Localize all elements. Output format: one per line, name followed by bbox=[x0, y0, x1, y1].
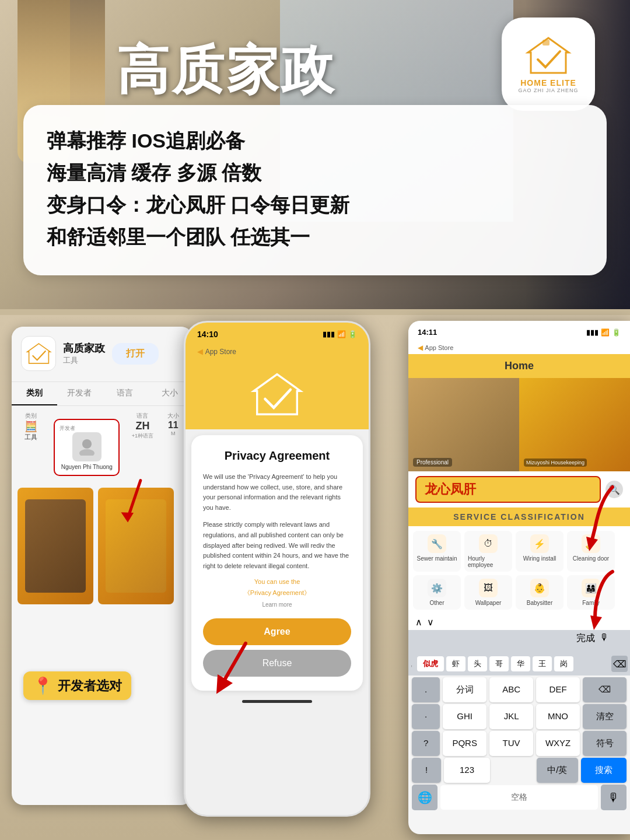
service-label-2: Mizuyoshi Housekeeping bbox=[524, 459, 587, 467]
exclaim-key[interactable]: ! bbox=[412, 758, 441, 783]
suggestion-xia[interactable]: 虾 bbox=[446, 656, 466, 671]
jkl-key[interactable]: JKL bbox=[489, 704, 533, 729]
svg-marker-9 bbox=[209, 674, 233, 698]
battery-icon-right: 🔋 bbox=[612, 328, 621, 337]
wallpaper-icon: 🖼 bbox=[479, 579, 498, 597]
preview-images bbox=[12, 483, 192, 609]
suggestion-tou[interactable]: 头 bbox=[468, 656, 487, 671]
hourly-icon: ⏱ bbox=[479, 534, 498, 553]
wiring-icon: ⚡ bbox=[530, 534, 549, 553]
developer-box: 开发者 Nguyen Phi Thuong bbox=[54, 419, 120, 476]
svg-line-5 bbox=[118, 481, 150, 516]
space-key[interactable]: 空格 bbox=[440, 785, 598, 810]
signal-icon-right: ▮▮▮ bbox=[586, 328, 598, 337]
suggestion-wang[interactable]: 王 bbox=[533, 656, 552, 671]
size-label: 11 bbox=[168, 420, 178, 430]
keyboard-row-4: ! 123 中/英 搜索 bbox=[412, 758, 626, 783]
info-box: 弹幕推荐 IOS追剧必备 海量高清 缓存 多源 倍数 变身口令：龙心凤肝 口令每… bbox=[23, 105, 607, 275]
svg-point-4 bbox=[79, 449, 94, 456]
app-subtitle-label: GAO ZHI JIA ZHENG bbox=[518, 88, 578, 93]
home-indicator-middle bbox=[242, 700, 312, 703]
listing-tabs: 类别 开发者 语言 大小 bbox=[12, 382, 192, 406]
other-label: Other bbox=[429, 600, 444, 606]
service-babysitter[interactable]: 👶 Babysitter bbox=[516, 575, 564, 610]
wallpaper-label: Wallpaper bbox=[475, 600, 502, 606]
symbol-key[interactable]: 符号 bbox=[583, 731, 626, 756]
collapse-icon[interactable]: ∨ bbox=[427, 617, 434, 628]
privacy-link-text: You can use the bbox=[203, 578, 351, 585]
search-key[interactable]: 搜索 bbox=[581, 758, 626, 783]
app-name-label: HOME ELITE bbox=[520, 78, 576, 88]
fenchi-key[interactable]: 分词 bbox=[443, 677, 487, 702]
language-label: ZH bbox=[135, 420, 149, 432]
svg-point-3 bbox=[82, 439, 92, 449]
tab-category[interactable]: 类别 bbox=[12, 382, 57, 405]
screenshots-area: 高质家政 工具 打开 类别 开发者 语言 大小 类别 🧮 工具 开发者 bbox=[0, 315, 630, 840]
app-listing-category: 工具 bbox=[63, 355, 105, 366]
open-button[interactable]: 打开 bbox=[112, 343, 159, 365]
app-icon[interactable]: HOME ELITE GAO ZHI JIA ZHENG bbox=[502, 18, 595, 111]
keyboard-row-1: . 分词 ABC DEF ⌫ bbox=[412, 677, 626, 702]
app-listing-name: 高质家政 bbox=[63, 341, 105, 355]
mno-key[interactable]: MNO bbox=[536, 704, 580, 729]
developer-name: Nguyen Phi Thuong bbox=[61, 464, 113, 470]
keyboard-bottom-row: 🌐 空格 🎙 bbox=[412, 785, 626, 810]
suggestion-sihu[interactable]: 似虎 bbox=[417, 656, 444, 671]
abc-key[interactable]: ABC bbox=[489, 677, 533, 702]
suggestion-hua[interactable]: 华 bbox=[511, 656, 530, 671]
privacy-link: 《Privacy Agreement》 bbox=[203, 589, 351, 597]
lang-key[interactable]: 中/英 bbox=[537, 758, 578, 783]
appstore-header: 高质家政 工具 打开 bbox=[12, 327, 192, 382]
privacy-title: Privacy Agreement bbox=[203, 449, 351, 463]
time-middle: 14:10 bbox=[197, 330, 218, 339]
suggestion-ge[interactable]: 哥 bbox=[489, 656, 509, 671]
tab-language[interactable]: 语言 bbox=[102, 382, 148, 405]
clear-key[interactable]: 清空 bbox=[583, 704, 626, 729]
tagline-2: 海量高清 缓存 多源 倍数 bbox=[47, 158, 583, 188]
developer-select-label: 开发者选对 bbox=[58, 677, 122, 695]
expand-icon[interactable]: ∧ bbox=[415, 617, 422, 628]
svg-rect-1 bbox=[542, 40, 550, 46]
tuv-key[interactable]: TUV bbox=[489, 731, 533, 756]
hourly-label: Hourly employee bbox=[468, 555, 509, 568]
num-key[interactable]: 123 bbox=[444, 758, 489, 783]
mic-key[interactable]: 🎙 bbox=[601, 785, 626, 810]
screenshot-appstore-listing: 高质家政 工具 打开 类别 开发者 语言 大小 类别 🧮 工具 开发者 bbox=[12, 327, 192, 805]
time-right: 14:11 bbox=[418, 328, 437, 337]
tagline-4: 和舒适邻里一个团队 任选其一 bbox=[47, 222, 583, 252]
category-label: 工具 bbox=[24, 433, 37, 442]
service-wallpaper[interactable]: 🖼 Wallpaper bbox=[464, 575, 512, 610]
arrow-search bbox=[554, 481, 624, 559]
home-elite-logo bbox=[525, 35, 572, 76]
period-key[interactable]: . bbox=[412, 677, 440, 702]
delete-suggestion-icon[interactable]: ⌫ bbox=[611, 656, 628, 672]
svg-line-8 bbox=[222, 643, 246, 684]
question-key[interactable]: ? bbox=[412, 731, 440, 756]
privacy-text-1: We will use the 'Privacy Agreement' to h… bbox=[203, 472, 351, 513]
dot-key[interactable]: · bbox=[412, 704, 440, 729]
other-icon: ⚙️ bbox=[428, 579, 446, 597]
backspace-key[interactable]: ⌫ bbox=[583, 677, 626, 702]
def-key[interactable]: DEF bbox=[536, 677, 580, 702]
suggestion-gang[interactable]: 岗 bbox=[554, 656, 573, 671]
appstore-bar-right: ◀ App Store bbox=[408, 341, 630, 354]
banner-images: Professional Mizuyoshi Housekeeping bbox=[408, 378, 630, 471]
ghi-key[interactable]: GHI bbox=[443, 704, 487, 729]
status-bar-middle: 14:10 ▮▮▮ 📶 🔋 bbox=[186, 323, 369, 344]
pin-icon: 📍 bbox=[33, 676, 53, 695]
comma-key[interactable]: , bbox=[411, 660, 412, 667]
globe-key[interactable]: 🌐 bbox=[412, 785, 438, 810]
baby-icon: 👶 bbox=[530, 579, 549, 597]
service-other[interactable]: ⚙️ Other bbox=[413, 575, 461, 610]
service-hourly[interactable]: ⏱ Hourly employee bbox=[464, 531, 512, 572]
tab-developer[interactable]: 开发者 bbox=[57, 382, 103, 405]
banner-1: Professional bbox=[408, 378, 519, 471]
svg-marker-7 bbox=[254, 374, 300, 415]
service-sewer[interactable]: 🔧 Sewer maintain bbox=[413, 531, 461, 572]
appstore-label-middle: App Store bbox=[205, 348, 236, 356]
screenshot-privacy: 14:10 ▮▮▮ 📶 🔋 ◀ App Store Privacy Agreem… bbox=[184, 321, 370, 817]
pqrs-key[interactable]: PQRS bbox=[443, 731, 487, 756]
learn-more[interactable]: Learn more bbox=[203, 601, 351, 608]
wxyz-key[interactable]: WXYZ bbox=[536, 731, 580, 756]
svg-marker-10 bbox=[586, 537, 598, 551]
